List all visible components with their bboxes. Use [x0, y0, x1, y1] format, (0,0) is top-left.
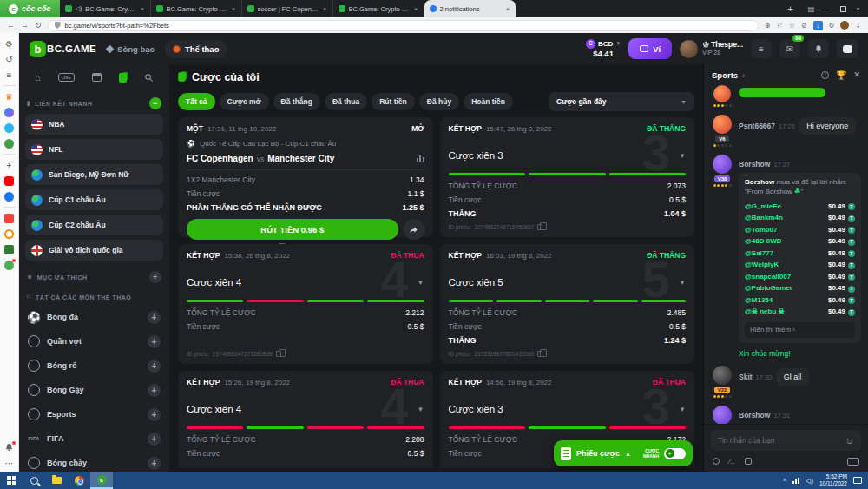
add-shortcut-icon[interactable]: + — [4, 160, 15, 170]
sidebar-sport-tennis[interactable]: Quần vợt+ — [19, 329, 169, 354]
reader-mode-icon[interactable]: ≡ — [4, 69, 15, 80]
recipient-name[interactable]: @Bankm4n — [745, 214, 783, 223]
minimize-button[interactable]: — — [824, 5, 831, 13]
chevron-down-icon[interactable]: ▼ — [679, 406, 686, 413]
bet-card-parlay[interactable]: KẾT HỢP15:47, 26 thg 8, 2022ĐÃ THẮNG3Cượ… — [440, 117, 695, 237]
tab-close-icon[interactable]: × — [414, 5, 418, 13]
start-button[interactable] — [0, 472, 23, 489]
expand-plus-button[interactable]: + — [148, 408, 161, 421]
alarm-icon[interactable] — [4, 228, 15, 239]
tab-close-icon[interactable]: × — [323, 5, 327, 13]
close-button[interactable]: × — [856, 5, 860, 13]
filter-tab--thua[interactable]: Đã thua — [325, 93, 367, 110]
recipient-name[interactable]: @Tom007 — [745, 226, 777, 235]
sidebar-sport-baseball[interactable]: Bóng chày+ — [19, 451, 169, 472]
history-icon[interactable]: ↺ — [4, 54, 15, 64]
stats-icon[interactable] — [417, 155, 424, 162]
coccoc-taskbar-icon[interactable]: c — [90, 472, 113, 489]
save-icon[interactable]: ⊕ — [765, 22, 771, 30]
browser-tab[interactable]: BC.Game: Crypto Casino Gan× — [151, 0, 242, 17]
coccoc-brand-button[interactable]: c cốc cốc — [0, 0, 60, 17]
expand-plus-button[interactable]: + — [148, 360, 161, 373]
bcgame-logo[interactable]: b BC.GAME — [30, 41, 96, 57]
expand-plus-button[interactable]: + — [148, 457, 161, 470]
show-more-button[interactable]: Hiển thị thêm › — [745, 322, 855, 339]
blocker-icon[interactable]: ⊘ — [801, 22, 807, 30]
bet-card-single[interactable]: MỘT 17:31, 11 thg 10, 2022 MỞ ⚽ Quốc Tế … — [178, 117, 433, 237]
chevron-down-icon[interactable]: ▼ — [418, 406, 424, 413]
home-icon[interactable]: ⌂ — [35, 72, 41, 83]
user-profile[interactable]: ♔ Thespe... VIP 28 — [680, 40, 743, 58]
chevron-down-icon[interactable]: ▼ — [679, 152, 686, 160]
rules-icon[interactable]: ⁄.. — [729, 457, 735, 466]
betslip-button[interactable]: Phiếu cược ▲ CƯỢCNHANH + — [554, 440, 693, 466]
chrome-icon[interactable] — [68, 472, 90, 489]
sidebar-item-c-p-c2-ch-u-u[interactable]: Cúp C2 châu Âu — [25, 215, 163, 235]
more-icon[interactable]: ⋯ — [4, 458, 15, 468]
recipient-name[interactable]: @M1354 — [745, 296, 773, 306]
expand-plus-button[interactable]: + — [148, 384, 161, 397]
share-button[interactable] — [404, 219, 424, 240]
browser-tab[interactable]: 2 notifications× — [424, 0, 516, 17]
back-button[interactable]: ← — [7, 21, 15, 30]
sidebar-sport-basketball[interactable]: Bóng rổ+ — [19, 354, 169, 378]
filter-tab-c-c-m-[interactable]: Cược mở — [220, 93, 269, 110]
tip-rain-icon[interactable] — [713, 458, 720, 465]
shop-icon[interactable] — [4, 244, 15, 254]
messenger-icon[interactable] — [4, 107, 15, 117]
recipient-name[interactable]: @Sal777 — [745, 249, 773, 259]
tab-close-icon[interactable]: × — [232, 5, 236, 13]
cashout-button[interactable]: RÚT TIỀN 0.96 $ — [187, 219, 398, 240]
collapse-button[interactable]: − — [149, 97, 161, 109]
network-icon[interactable] — [792, 478, 799, 484]
notifications-bell-button[interactable] — [808, 39, 829, 58]
recipient-name[interactable]: @WelplyK — [745, 261, 779, 270]
reload-button[interactable]: ↻ — [35, 21, 42, 30]
expand-plus-button[interactable]: + — [148, 433, 161, 446]
address-bar[interactable]: bc.game/vi/sports?bt-path=%2Fbets — [48, 20, 759, 31]
panel-icon[interactable]: ▤ — [808, 5, 815, 13]
gif-keyboard-icon[interactable] — [847, 458, 859, 466]
sidebar-item-nba[interactable]: NBA — [25, 114, 163, 135]
sidebar-item-c-p-c1-ch-u-u[interactable]: Cúp C1 châu Âu — [25, 189, 163, 210]
chevron-down-icon[interactable]: ▼ — [679, 279, 686, 287]
download-extension-icon[interactable]: ↓ — [813, 21, 823, 30]
balance-selector[interactable]: C BCD ▼ $4.41 — [586, 39, 621, 58]
search-icon[interactable] — [144, 73, 154, 83]
filter-tab--th-ng[interactable]: Đã thắng — [273, 93, 320, 110]
chat-toggle-button[interactable] — [837, 39, 858, 58]
tab-close-icon[interactable]: × — [141, 5, 145, 13]
chat-username[interactable]: Borshow — [739, 160, 770, 169]
sort-dropdown[interactable]: Cược gần đây▼ — [549, 92, 694, 111]
inbox-button[interactable]: ✉ 99 — [779, 39, 800, 58]
rewards-icon[interactable]: ♛ — [4, 91, 15, 102]
bookmark-star-icon[interactable]: ☆ — [789, 22, 795, 30]
taskbar-clock[interactable]: 5:52 PM10/11/2022 — [819, 473, 847, 487]
chat-username[interactable]: Borshow — [739, 411, 770, 420]
bet-card-parlay[interactable]: KẾT HỢP16:03, 19 thg 8, 2022ĐÃ THẮNG5Cượ… — [440, 244, 695, 364]
volume-icon[interactable]: ◁) — [806, 477, 813, 485]
calendar-icon[interactable] — [92, 73, 102, 82]
sidebar-sport-cricket[interactable]: Bóng Gậy+ — [19, 378, 169, 402]
games-icon[interactable] — [4, 138, 15, 149]
info-icon[interactable]: i — [821, 71, 829, 79]
expand-plus-button[interactable]: + — [148, 335, 161, 348]
flag-icon[interactable]: ⚐ — [777, 22, 783, 30]
tab-close-icon[interactable]: × — [506, 5, 510, 13]
dice-icon[interactable] — [745, 458, 752, 465]
chat-close-icon[interactable]: ✕ — [853, 70, 860, 79]
sidebar-item-san-diego-m-n-n-[interactable]: San Diego, Mỹ Đơn Nữ — [25, 164, 163, 185]
chevron-down-icon[interactable]: ▼ — [418, 279, 424, 287]
bet-list-button[interactable]: ≡ — [751, 39, 772, 58]
forward-button[interactable]: → — [21, 21, 29, 30]
chat-messages[interactable]: V6 Psnt6666717:26 Hi everyone V38 — [704, 85, 868, 424]
settings-icon[interactable]: ⚙ — [4, 38, 15, 49]
filter-tab--h-y[interactable]: Đã hủy — [419, 93, 459, 110]
profile-avatar[interactable] — [840, 21, 849, 30]
nav-sports[interactable]: Thể thao — [165, 40, 227, 58]
youtube-icon[interactable] — [4, 175, 15, 186]
recipient-name[interactable]: @☠ nebu ☠ — [745, 307, 785, 317]
quick-bet-toggle[interactable]: + — [664, 448, 686, 459]
taskbar-search[interactable] — [23, 472, 45, 489]
copy-icon[interactable] — [276, 351, 281, 357]
